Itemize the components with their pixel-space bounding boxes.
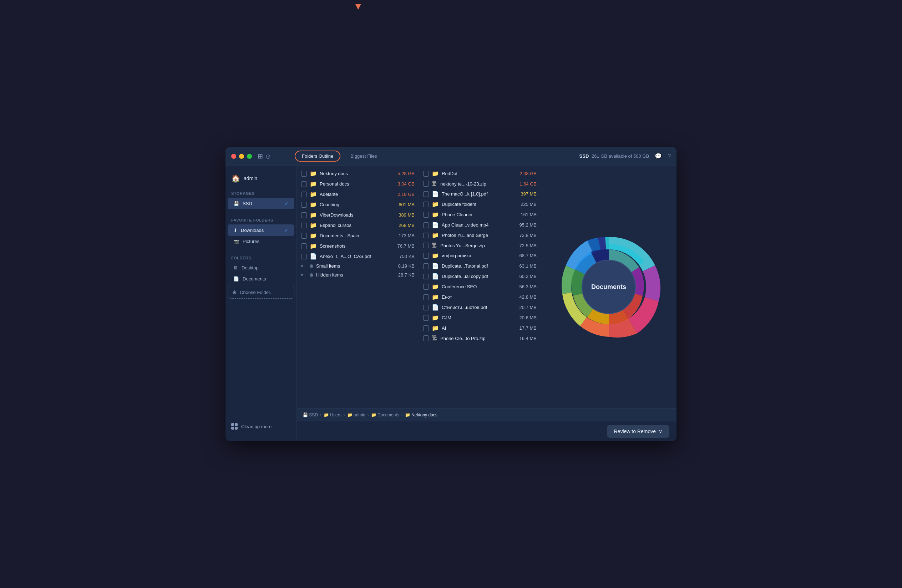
divider-1: [231, 212, 291, 212]
minimize-button[interactable]: [239, 154, 244, 159]
breadcrumb-separator: ›: [320, 413, 321, 418]
table-row[interactable]: 📄 Duplicate...Tutorial.pdf 63.1 MB: [420, 261, 539, 271]
table-row[interactable]: 📁 Personal docs 3.04 GB: [298, 179, 418, 189]
table-row[interactable]: 📁 Conference SEO 56.3 MB: [420, 281, 539, 292]
table-row[interactable]: 🗜 nektony te...-10-23.zip 1.64 GB: [420, 179, 539, 189]
table-row[interactable]: 📁 RedDot 2.08 GB: [420, 169, 539, 179]
sidebar-item-documents[interactable]: 📄 Documents: [228, 273, 294, 285]
choose-folder-button[interactable]: ⊕ Choose Folder...: [228, 286, 294, 299]
donut-chart[interactable]: Documents: [551, 230, 666, 344]
file-checkbox[interactable]: [423, 263, 429, 269]
breadcrumb-item[interactable]: 📁 Nektony docs: [405, 413, 437, 418]
table-row[interactable]: 📁 Duplicate folders 225 MB: [420, 199, 539, 210]
sidebar-item-downloads[interactable]: ⬇ Downloads ✓: [228, 224, 294, 236]
file-checkbox[interactable]: [301, 171, 307, 177]
file-checkbox[interactable]: [301, 223, 307, 228]
table-row[interactable]: 📄 Стилисти...шотов.pdf 20.7 MB: [420, 302, 539, 313]
table-row[interactable]: ▶ Hidden items 28.7 KB: [298, 271, 418, 279]
file-checkbox[interactable]: [423, 274, 429, 279]
table-row[interactable]: 📁 Nektony docs 5.28 GB: [298, 169, 418, 179]
table-row[interactable]: 📄 Anexo_1_A...O_CAS.pdf 750 KB: [298, 251, 418, 261]
breadcrumb-item[interactable]: 📁 Users: [324, 413, 341, 418]
file-name: Adelante: [320, 192, 395, 197]
file-checkbox[interactable]: [301, 243, 307, 249]
expand-icon[interactable]: ▶: [301, 272, 306, 278]
table-row[interactable]: 📁 Español cursos 268 MB: [298, 220, 418, 230]
table-row[interactable]: 🗜 Phone Cle...to Pro.zip 16.4 MB: [420, 333, 539, 343]
file-checkbox[interactable]: [423, 325, 429, 331]
table-row[interactable]: 📁 Phone Cleaner 161 MB: [420, 210, 539, 220]
favorites-label: Favorite folders: [226, 215, 296, 224]
tab-folders-outline[interactable]: Folders Outline: [295, 150, 340, 162]
table-row[interactable]: 🗜 Photos Yu...Serge.zip 72.5 MB: [420, 241, 539, 250]
file-checkbox[interactable]: [301, 202, 307, 208]
table-row[interactable]: 📁 Screenshots 76.7 MB: [298, 241, 418, 251]
table-row[interactable]: ▶ Small items 8.19 KB: [298, 261, 418, 271]
table-row[interactable]: 📁 AI 17.7 MB: [420, 323, 539, 333]
breadcrumb-item[interactable]: 📁 admin: [347, 413, 365, 418]
chart-area: Documents: [541, 166, 676, 408]
file-size: 42.8 MB: [520, 294, 537, 300]
downloads-check: ✓: [284, 227, 289, 233]
close-button[interactable]: [231, 154, 236, 159]
breadcrumb-item[interactable]: 💾 SSD: [302, 413, 318, 418]
breadcrumb-separator: ›: [368, 413, 369, 418]
file-checkbox[interactable]: [423, 294, 429, 300]
table-row[interactable]: 📁 CJM 20.6 MB: [420, 313, 539, 323]
tab-biggest-files[interactable]: Biggest Files: [343, 150, 384, 162]
file-checkbox[interactable]: [301, 181, 307, 187]
file-size: 750 KB: [399, 254, 415, 259]
file-checkbox[interactable]: [423, 284, 429, 290]
table-row[interactable]: 📄 Duplicate...ial copy.pdf 60.2 MB: [420, 271, 539, 281]
file-checkbox[interactable]: [423, 233, 429, 238]
cleanup-button[interactable]: Clean up more: [231, 423, 291, 430]
file-checkbox[interactable]: [423, 242, 429, 248]
expand-icon[interactable]: ▶: [301, 264, 306, 269]
file-size: 173 MB: [399, 233, 415, 238]
sidebar-item-desktop[interactable]: 🖥 Desktop: [228, 262, 294, 273]
file-checkbox[interactable]: [423, 335, 429, 341]
table-row[interactable]: 📄 App Clean...video.mp4 95.2 MB: [420, 220, 539, 230]
history-icon[interactable]: ◷: [266, 153, 271, 160]
table-row[interactable]: 📁 Adelante 2.18 GB: [298, 189, 418, 199]
maximize-button[interactable]: [247, 154, 252, 159]
sidebar-toggle-icon[interactable]: ⊞: [258, 152, 263, 160]
table-row[interactable]: 📁 Енот 42.8 MB: [420, 292, 539, 302]
sidebar-item-pictures[interactable]: 📷 Pictures: [228, 236, 294, 247]
content-area: 📁 Nektony docs 5.28 GB📁 Personal docs 3.…: [297, 166, 676, 441]
file-checkbox[interactable]: [423, 305, 429, 310]
breadcrumb-item[interactable]: 📁 Documents: [371, 413, 399, 418]
table-row[interactable]: 📁 ViberDownloads 389 MB: [298, 210, 418, 220]
folder-icon: 📁: [310, 222, 317, 229]
file-checkbox[interactable]: [301, 233, 307, 239]
file-checkbox[interactable]: [301, 212, 307, 218]
user-section: 🏠 admin: [226, 171, 296, 188]
file-checkbox[interactable]: [423, 191, 429, 197]
review-to-remove-button[interactable]: Review to Remove ∨: [607, 425, 670, 438]
file-checkbox[interactable]: [423, 171, 429, 177]
file-checkbox[interactable]: [423, 222, 429, 228]
file-checkbox[interactable]: [423, 315, 429, 321]
file-checkbox[interactable]: [301, 192, 307, 197]
table-row[interactable]: 📁 Coaching 601 MB: [298, 199, 418, 210]
file-checkbox[interactable]: [423, 202, 429, 207]
file-checkbox[interactable]: [301, 254, 307, 260]
table-row[interactable]: 📄 The macO...k [1.0].pdf 397 MB: [420, 189, 539, 199]
sidebar-item-ssd[interactable]: 💾 SSD ✓: [228, 198, 294, 209]
file-name: Phone Cleaner: [442, 212, 518, 217]
help-icon[interactable]: ?: [667, 153, 671, 160]
breadcrumb-bar: 💾 SSD›📁 Users›📁 admin›📁 Documents›📁 Nekt…: [297, 408, 676, 421]
file-size: 20.7 MB: [520, 305, 537, 310]
file-size: 225 MB: [521, 202, 537, 207]
message-icon[interactable]: 💬: [655, 153, 662, 160]
pdf-icon: 📄: [310, 253, 317, 260]
file-checkbox[interactable]: [423, 181, 429, 187]
table-row[interactable]: 📁 Photos Yu...and Serge 72.8 MB: [420, 230, 539, 241]
zip-icon: 🗜: [432, 242, 437, 249]
file-checkbox[interactable]: [423, 253, 429, 259]
table-row[interactable]: 📁 Documents - Spain 173 MB: [298, 230, 418, 241]
right-column: 📁 RedDot 2.08 GB🗜 nektony te...-10-23.zi…: [419, 169, 541, 405]
file-checkbox[interactable]: [423, 212, 429, 217]
file-name: nektony te...-10-23.zip: [440, 181, 517, 187]
table-row[interactable]: 📁 инфографика 68.7 MB: [420, 250, 539, 261]
